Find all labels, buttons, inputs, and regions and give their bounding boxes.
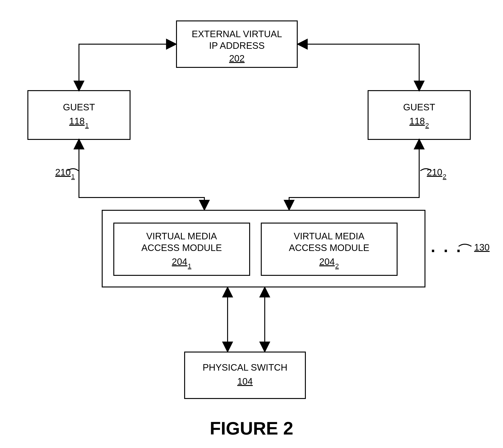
vmam2-ref-sub: 2 — [335, 262, 339, 269]
ext-ip-ref: 202 — [229, 53, 245, 64]
e2-base: 210 — [427, 167, 442, 177]
figure-label: FIGURE 2 — [210, 418, 293, 438]
e1-base: 210 — [55, 167, 71, 177]
block-external-virtual-ip: EXTERNAL VIRTUAL IP ADDRESS 202 — [176, 21, 297, 67]
guest1-label: GUEST — [63, 102, 95, 112]
pswitch-ref: 104 — [237, 376, 253, 386]
vmam2-l2: ACCESS MODULE — [289, 243, 369, 253]
block-guest-2: GUEST 1182 — [368, 91, 470, 139]
vmam1-l1: VIRTUAL MEDIA — [146, 231, 217, 241]
block-guest-1: GUEST 1181 — [28, 91, 130, 139]
svg-rect-2 — [368, 91, 470, 139]
ellipsis-icon: . . . — [431, 237, 463, 256]
edge-guest1-extip — [79, 44, 176, 91]
container-ref: 130 — [474, 242, 490, 252]
pswitch-label: PHYSICAL SWITCH — [203, 362, 287, 372]
guest1-ref-sub: 1 — [85, 122, 89, 129]
block-vmam-2: VIRTUAL MEDIA ACCESS MODULE 2042 — [261, 223, 397, 275]
vmam1-l2: ACCESS MODULE — [141, 243, 222, 253]
guest1-ref-base: 118 — [69, 116, 85, 126]
edge-label-2102: 2102 — [427, 167, 446, 180]
vmam2-ref-base: 204 — [319, 257, 335, 267]
vmam1-ref-base: 204 — [172, 257, 188, 267]
block-vmam-1: VIRTUAL MEDIA ACCESS MODULE 2041 — [114, 223, 250, 275]
vmam2-l1: VIRTUAL MEDIA — [294, 231, 365, 241]
svg-rect-6 — [185, 352, 305, 398]
block-physical-switch: PHYSICAL SWITCH 104 — [185, 352, 305, 398]
e2-sub: 2 — [443, 173, 447, 180]
ext-ip-line2: IP ADDRESS — [209, 40, 265, 51]
guest2-ref-base: 118 — [409, 116, 425, 126]
guest2-label: GUEST — [403, 102, 435, 112]
container-130: VIRTUAL MEDIA ACCESS MODULE 2041 VIRTUAL… — [102, 210, 425, 287]
vmam1-ref-sub: 1 — [188, 262, 192, 269]
diagram-canvas: EXTERNAL VIRTUAL IP ADDRESS 202 GUEST 11… — [0, 0, 503, 448]
ext-ip-line1: EXTERNAL VIRTUAL — [192, 29, 282, 39]
e1-sub: 1 — [71, 173, 75, 180]
edge-guest2-container — [289, 139, 419, 210]
guest2-ref-sub: 2 — [425, 122, 429, 129]
edge-guest1-container — [79, 139, 204, 210]
svg-rect-1 — [28, 91, 130, 139]
edge-guest2-extip — [298, 44, 419, 91]
